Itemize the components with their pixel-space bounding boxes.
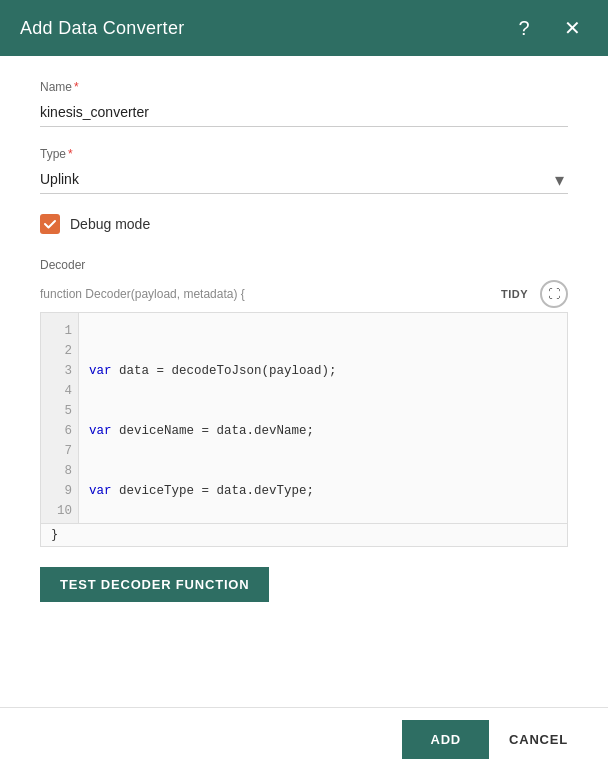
help-button[interactable]: ? [508,12,540,44]
fullscreen-icon: ⛶ [548,287,560,301]
type-select-wrapper: Uplink Downlink ▾ [40,165,568,194]
dialog-header: Add Data Converter ? ✕ [0,0,608,56]
header-icons: ? ✕ [508,12,588,44]
name-group: Name* [40,80,568,127]
name-label: Name* [40,80,568,94]
decoder-label: Decoder [40,258,568,272]
code-actions: TIDY ⛶ [497,280,568,308]
dialog-body: Name* Type* Uplink Downlink ▾ [0,56,608,707]
dialog-title: Add Data Converter [20,18,184,39]
test-decoder-button[interactable]: TEST DECODER FUNCTION [40,567,269,602]
debug-checkbox[interactable] [40,214,60,234]
debug-mode-row: Debug mode [40,214,568,234]
decoder-section: Decoder function Decoder(payload, metada… [40,258,568,610]
line-numbers: 1 2 3 4 5 6 7 8 9 10 11 12 13 [41,313,79,523]
type-label: Type* [40,147,568,161]
code-content: var data = decodeToJson(payload); var de… [79,313,567,523]
code-signature: function Decoder(payload, metadata) { [40,287,245,301]
type-select[interactable]: Uplink Downlink [40,165,568,194]
checkmark-icon [43,217,57,231]
type-required: * [68,147,73,161]
code-header: function Decoder(payload, metadata) { TI… [40,280,568,308]
add-data-converter-dialog: Add Data Converter ? ✕ Name* Type* [0,0,608,771]
fullscreen-button[interactable]: ⛶ [540,280,568,308]
tidy-button[interactable]: TIDY [497,286,532,302]
dialog-footer: ADD CANCEL [0,707,608,771]
code-footer: } [41,523,567,546]
debug-mode-label: Debug mode [70,216,150,232]
help-icon: ? [518,17,529,40]
add-button[interactable]: ADD [402,720,489,759]
code-editor-wrapper: 1 2 3 4 5 6 7 8 9 10 11 12 13 [40,312,568,547]
cancel-button[interactable]: CANCEL [489,720,588,759]
name-required: * [74,80,79,94]
name-input[interactable] [40,98,568,127]
type-group: Type* Uplink Downlink ▾ [40,147,568,194]
code-editor[interactable]: 1 2 3 4 5 6 7 8 9 10 11 12 13 [41,313,567,523]
close-icon: ✕ [564,16,581,40]
close-button[interactable]: ✕ [556,12,588,44]
